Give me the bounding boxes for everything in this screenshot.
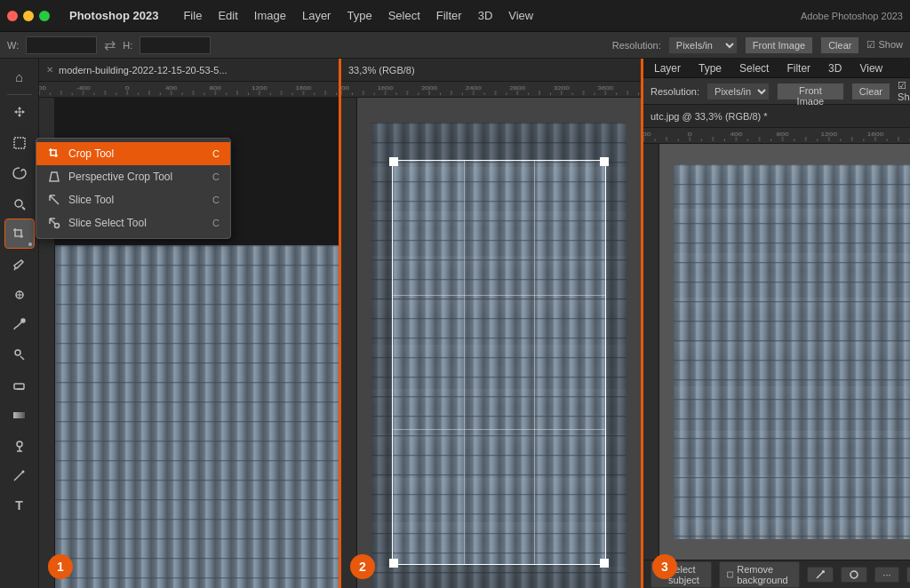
panel-3: Layer Type Select Filter 3D View Resolut…: [643, 59, 910, 588]
menu-file[interactable]: File: [176, 7, 209, 24]
doc1-bldg-lines: [55, 245, 339, 588]
tool-heal[interactable]: [5, 280, 34, 308]
front-image-button[interactable]: Front Image: [745, 36, 813, 54]
doc3-tab[interactable]: utc.jpg @ 33,3% (RGB/8) *: [643, 105, 910, 128]
tool-gradient[interactable]: [5, 401, 34, 429]
p3-front-image-btn[interactable]: Front Image: [777, 83, 844, 100]
remove-bg-btn[interactable]: Remove background: [719, 561, 801, 588]
ctx-perspective-crop-shortcut: C: [212, 171, 220, 182]
doc1-close[interactable]: ✕: [46, 65, 53, 75]
tool-move[interactable]: [5, 99, 34, 127]
tool-dodge[interactable]: [5, 431, 34, 459]
options-bar: W: ⇄ H: Resolution: Pixels/in Pixels/cm …: [0, 32, 910, 59]
p3-menu-type[interactable]: Type: [695, 61, 725, 75]
close-button[interactable]: [7, 11, 18, 21]
ctx-slice-select-shortcut: C: [212, 218, 220, 228]
menu-image[interactable]: Image: [247, 7, 293, 24]
menubar-right: Adobe Photoshop 2023: [801, 0, 903, 32]
tool-text[interactable]: T: [5, 491, 34, 520]
p3-menu-layer[interactable]: Layer: [651, 61, 684, 75]
svg-point-20: [55, 224, 60, 228]
slice-select-icon: [47, 216, 61, 230]
doc2-canvas[interactable]: [357, 98, 641, 588]
p3-menu-select[interactable]: Select: [736, 61, 772, 75]
svg-rect-11: [13, 412, 25, 418]
doc3-bldg-lines: [674, 164, 910, 538]
transform-btn[interactable]: [807, 567, 834, 583]
menu-type[interactable]: Type: [339, 7, 379, 24]
tool-marquee[interactable]: [5, 129, 34, 157]
clear-button[interactable]: Clear: [820, 36, 859, 54]
svg-point-12: [17, 441, 22, 447]
doc2-ruler-canvas: [341, 82, 641, 95]
p3-menu-3d[interactable]: 3D: [825, 61, 845, 75]
tool-clone[interactable]: [5, 340, 34, 369]
crop-grid-h2: [393, 429, 605, 430]
crop-corner-tr[interactable]: [600, 157, 609, 166]
menu-layer[interactable]: Layer: [295, 7, 339, 24]
ctx-perspective-crop[interactable]: Perspective Crop Tool C: [36, 165, 230, 188]
doc1-ruler-canvas: [39, 82, 339, 95]
h-label: H:: [123, 40, 132, 51]
tool-eraser[interactable]: [5, 370, 34, 399]
more-btn[interactable]: ···: [874, 567, 898, 583]
mac-menubar: Photoshop 2023 File Edit Image Layer Typ…: [0, 0, 910, 32]
tool-quick-select[interactable]: [5, 189, 34, 218]
menu-filter[interactable]: Filter: [429, 7, 469, 24]
svg-point-1: [15, 200, 22, 207]
ctx-slice-tool-shortcut: C: [212, 195, 220, 205]
remove-bg-icon: [727, 569, 733, 580]
settings-btn[interactable]: [906, 567, 910, 583]
doc2-tab-title: 33,3% (RGB/8): [348, 65, 415, 75]
crop-corner-bl[interactable]: [389, 559, 398, 568]
minimize-button[interactable]: [23, 11, 34, 21]
badge-2: 2: [350, 554, 375, 579]
tool-crop[interactable]: [5, 219, 34, 248]
panel-2: 33,3% (RGB/8): [341, 59, 643, 588]
crop-grid-v2: [534, 161, 535, 564]
svg-point-7: [21, 319, 25, 322]
tool-eyedrop[interactable]: [5, 250, 34, 278]
doc1-tab[interactable]: ✕ modern-building-2022-12-15-20-53-5...: [39, 59, 339, 82]
resolution-unit-select[interactable]: Pixels/in Pixels/cm: [668, 36, 738, 54]
panel3-bottom-bar: Select subject Remove background ···: [643, 560, 910, 588]
menu-select[interactable]: Select: [381, 7, 427, 24]
ctx-slice-tool[interactable]: Slice Tool C: [36, 188, 230, 211]
tool-pen[interactable]: [5, 461, 34, 489]
p3-menu-view[interactable]: View: [856, 61, 886, 75]
p3-menu-filter[interactable]: Filter: [783, 61, 814, 75]
show-label: ☑ Show: [866, 39, 903, 51]
doc3-ruler-left: [643, 144, 659, 560]
menu-view[interactable]: View: [501, 7, 540, 24]
menu-bar-items: File Edit Image Layer Type Select Filter…: [176, 7, 540, 24]
tool-home[interactable]: ⌂: [5, 62, 34, 91]
menu-3d[interactable]: 3D: [471, 7, 500, 24]
menu-edit[interactable]: Edit: [211, 7, 244, 24]
ctx-crop-tool-label: Crop Tool: [68, 147, 205, 160]
badge-1: 1: [48, 554, 73, 579]
tool-crop-submenu-indicator: [28, 242, 32, 246]
crop-tool-icon: [47, 147, 61, 161]
traffic-lights: [7, 11, 50, 21]
height-input[interactable]: [140, 36, 211, 54]
tool-brush[interactable]: [5, 310, 34, 338]
adobe-photoshop-title: Adobe Photoshop 2023: [801, 11, 903, 21]
svg-line-2: [22, 207, 25, 210]
p3-resolution-label: Resolution:: [651, 86, 699, 97]
ctx-crop-tool[interactable]: Crop Tool C: [36, 142, 230, 165]
crop-corner-tl[interactable]: [389, 157, 398, 166]
p3-clear-btn[interactable]: Clear: [851, 83, 890, 100]
ctx-crop-tool-shortcut: C: [212, 148, 220, 159]
maximize-button[interactable]: [39, 11, 50, 21]
crop-corner-br[interactable]: [600, 559, 609, 568]
left-toolbar: ⌂: [0, 59, 39, 588]
w-label: W:: [7, 40, 19, 51]
tool-lasso[interactable]: [5, 159, 34, 187]
doc2-tab[interactable]: 33,3% (RGB/8): [341, 59, 641, 82]
p3-resolution-select[interactable]: Pixels/in: [706, 83, 770, 100]
adjust-btn[interactable]: [841, 567, 867, 583]
doc3-canvas[interactable]: [659, 144, 910, 560]
ctx-slice-select[interactable]: Slice Select Tool C: [36, 211, 230, 234]
svg-rect-9: [14, 384, 24, 389]
width-input[interactable]: [26, 36, 97, 54]
